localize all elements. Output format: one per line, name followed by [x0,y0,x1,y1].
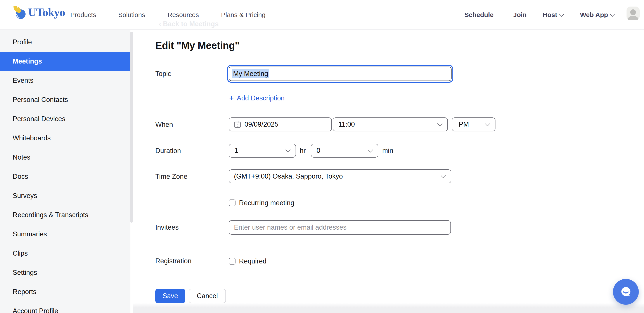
plus-icon: + [229,94,234,102]
ginkgo-leaf-icon [12,5,26,20]
back-to-meetings-link[interactable]: ‹ Back to Meetings [159,20,219,28]
chevron-down-icon [285,147,290,152]
topic-label: Topic [155,67,171,81]
date-input[interactable]: 09/09/2025 [229,117,332,131]
sidebar-item-settings[interactable]: Settings [0,263,130,282]
sidebar-item-events[interactable]: Events [0,71,130,90]
sidebar: Profile Meetings Events Personal Contact… [0,29,130,313]
hours-unit-label: hr [300,144,306,158]
sidebar-item-profile[interactable]: Profile [0,32,130,52]
chat-bubble-icon [619,285,633,299]
nav-web-app-label: Web App [580,11,608,18]
chat-assistant-button[interactable] [613,279,639,305]
chevron-down-icon [368,147,373,152]
top-header: ‹ Back to Meetings UTokyo Products Solut… [0,0,644,30]
nav-solutions[interactable]: Solutions [118,11,145,18]
sidebar-item-docs[interactable]: Docs [0,167,130,186]
duration-hours-select[interactable]: 1 [229,144,296,158]
chevron-down-icon [610,11,615,16]
recurring-meeting-checkbox[interactable] [229,200,236,206]
nav-host-label: Host [543,11,557,18]
nav-plans-pricing[interactable]: Plans & Pricing [221,11,266,18]
duration-minutes-value: 0 [316,147,320,155]
nav-schedule[interactable]: Schedule [464,11,494,18]
page-title: Edit "My Meeting" [155,39,240,51]
chevron-down-icon [559,11,564,16]
sidebar-item-whiteboards[interactable]: Whiteboards [0,129,130,148]
nav-schedule-label: Schedule [464,11,494,18]
sidebar-item-personal-devices[interactable]: Personal Devices [0,109,130,129]
chevron-down-icon [440,173,446,178]
back-chevron-icon: ‹ [159,20,161,28]
when-label: When [155,117,173,132]
sidebar-item-meetings[interactable]: Meetings [0,52,130,71]
duration-minutes-select[interactable]: 0 [311,144,378,158]
minutes-unit-label: min [382,144,393,158]
sidebar-item-account-profile[interactable]: Account Profile [0,302,130,313]
nav-join[interactable]: Join [513,11,527,18]
registration-required-checkbox[interactable] [229,258,236,265]
invitees-label: Invitees [155,220,179,235]
person-avatar-icon [630,9,636,15]
sidebar-item-surveys[interactable]: Surveys [0,186,130,205]
sidebar-item-clips[interactable]: Clips [0,244,130,263]
nav-products[interactable]: Products [70,11,96,18]
timezone-label: Time Zone [155,169,188,184]
invitees-placeholder: Enter user names or email addresses [234,224,346,231]
zoom-web-app-screen: ‹ Back to Meetings UTokyo Products Solut… [0,0,644,313]
registration-label: Registration [155,254,191,268]
nav-host[interactable]: Host [543,11,564,18]
nav-join-label: Join [513,11,527,18]
cancel-button[interactable]: Cancel [189,289,226,303]
time-select[interactable]: 11:00 [333,117,448,131]
utokyo-logo[interactable]: UTokyo [12,5,65,20]
sidebar-item-summaries[interactable]: Summaries [0,225,130,244]
sidebar-item-recordings-transcripts[interactable]: Recordings & Transcripts [0,205,130,225]
date-value: 09/09/2025 [244,120,278,128]
footer-band [133,303,644,313]
calendar-icon [234,120,242,128]
timezone-select[interactable]: (GMT+9:00) Osaka, Sapporo, Tokyo [229,169,451,183]
topic-input[interactable]: My Meeting [229,67,452,81]
nav-web-app[interactable]: Web App [580,11,614,18]
duration-hours-value: 1 [234,147,238,155]
timezone-value: (GMT+9:00) Osaka, Sapporo, Tokyo [234,172,343,180]
invitees-input[interactable]: Enter user names or email addresses [229,220,451,235]
recurring-meeting-label: Recurring meeting [239,200,294,206]
main-content: Edit "My Meeting" Topic My Meeting + Add… [133,29,644,313]
registration-required-label: Required [239,258,266,265]
add-description-label: Add Description [237,94,285,102]
sidebar-scrollbar[interactable] [130,32,133,223]
user-avatar[interactable] [626,6,640,20]
ampm-select[interactable]: PM [452,117,496,131]
chevron-down-icon [485,121,490,126]
nav-resources[interactable]: Resources [168,11,199,18]
chevron-down-icon [437,121,442,126]
time-value: 11:00 [338,120,355,128]
topic-value-selected: My Meeting [232,69,269,78]
sidebar-item-notes[interactable]: Notes [0,148,130,167]
back-link-label: Back to Meetings [163,20,219,28]
person-avatar-icon [628,16,638,20]
duration-label: Duration [155,144,181,158]
save-button[interactable]: Save [155,289,185,303]
add-description-button[interactable]: + Add Description [229,94,285,102]
sidebar-item-reports[interactable]: Reports [0,282,130,302]
ampm-value: PM [459,120,469,128]
sidebar-item-personal-contacts[interactable]: Personal Contacts [0,90,130,109]
logo-wordmark: UTokyo [28,7,65,18]
